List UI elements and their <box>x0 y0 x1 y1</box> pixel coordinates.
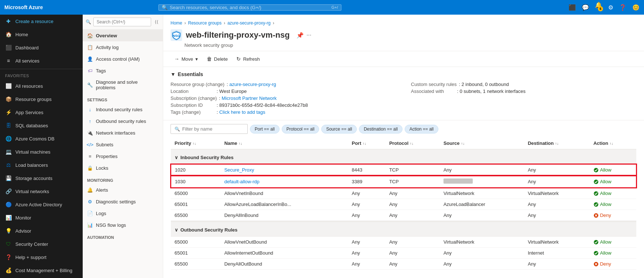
filter-action-chip[interactable]: Action == all <box>405 125 438 134</box>
filter-destination-chip[interactable]: Destination == all <box>359 125 402 134</box>
help-icon[interactable]: ❓ <box>619 4 626 11</box>
associated-label: Associated with <box>411 89 455 94</box>
cell-port: Any <box>348 259 385 270</box>
cell-source: Any <box>440 210 524 222</box>
sidebar-search-icon: 🔍 <box>86 19 91 25</box>
sidebar-nav-inbound[interactable]: ↓ Inbound security rules <box>83 104 163 115</box>
col-priority[interactable]: Priority ↑↓ <box>171 138 221 149</box>
deny-icon <box>594 213 599 218</box>
sidebar-nav-diagnose[interactable]: 🔧 Diagnose and solve problems <box>83 76 163 93</box>
outbound-icon: ↑ <box>87 118 93 124</box>
move-button[interactable]: → Move ▾ <box>171 54 202 64</box>
col-name[interactable]: Name ↑↓ <box>221 138 348 149</box>
sidebar-nav-diagnostic-settings[interactable]: ⚙ Diagnostic settings <box>83 196 163 207</box>
search-input[interactable] <box>170 5 329 10</box>
sidebar-nav-subnets[interactable]: </> Subnets <box>83 139 163 150</box>
sidebar-nav-outbound[interactable]: ↑ Outbound security rules <box>83 115 163 127</box>
sidebar-nav-tags[interactable]: 🏷 Tags <box>83 65 163 76</box>
breadcrumb-resource-groups[interactable]: Resource groups <box>188 20 221 26</box>
sidebar-item-cost-management[interactable]: 💰 Cost Management + Billing <box>0 264 83 277</box>
sidebar-item-all-resources[interactable]: ⬜ All resources <box>0 79 83 93</box>
sidebar-nav-access-control[interactable]: 👤 Access control (IAM) <box>83 53 163 65</box>
sidebar-item-storage-accounts[interactable]: 💾 Storage accounts <box>0 172 83 185</box>
action-allow-badge: Allow <box>594 250 633 256</box>
col-source[interactable]: Source ↑↓ <box>440 138 524 149</box>
col-port[interactable]: Port ↑↓ <box>348 138 385 149</box>
action-label: Allow <box>600 239 611 245</box>
cloud-shell-icon[interactable]: ⬛ <box>569 4 576 11</box>
sidebar-item-cosmos-db[interactable]: 🌐 Azure Cosmos DB <box>0 132 83 145</box>
more-options-icon[interactable]: ··· <box>307 32 311 38</box>
settings-icon[interactable]: ⚙ <box>608 4 613 11</box>
sidebar-nav-logs[interactable]: 📄 Logs <box>83 207 163 219</box>
sidebar-item-sql-databases[interactable]: 🗄 SQL databases <box>0 119 83 132</box>
col-destination[interactable]: Destination ↑↓ <box>524 138 589 149</box>
inbound-section-header[interactable]: ∨ Inbound Security Rules <box>175 152 633 162</box>
essentials-title[interactable]: ▼ Essentials <box>171 71 637 77</box>
sidebar-item-create-resource[interactable]: ✚ Create a resource <box>0 15 83 28</box>
sidebar-item-virtual-networks[interactable]: 🔗 Virtual networks <box>0 185 83 198</box>
tags-link[interactable]: Click here to add tags <box>219 109 265 115</box>
refresh-button[interactable]: ↻ Refresh <box>233 54 263 64</box>
sidebar-item-virtual-machines[interactable]: 💻 Virtual machines <box>0 145 83 158</box>
sidebar-nav-locks[interactable]: 🔒 Locks <box>83 162 163 174</box>
filter-source-chip[interactable]: Source == all <box>321 125 357 134</box>
home-icon: 🏠 <box>5 31 12 38</box>
cell-port: 3389 <box>348 176 385 188</box>
associated-value: : 0 subnets, 1 network interfaces <box>457 89 525 94</box>
source-sort-icon: ↑↓ <box>461 142 465 146</box>
outbound-section-header[interactable]: ∨ Outbound Security Rules <box>175 224 633 234</box>
sidebar-nav-activity-log[interactable]: 📋 Activity log <box>83 41 163 53</box>
sidebar-item-help-support[interactable]: ❓ Help + support <box>0 251 83 264</box>
notifications-icon[interactable]: 🔔5 <box>595 1 602 14</box>
cell-source: AzureLoadBalancer <box>440 199 524 210</box>
sidebar-item-monitor[interactable]: 📊 Monitor <box>0 211 83 224</box>
filter-search-box[interactable]: 🔍 <box>171 124 248 134</box>
action-deny-badge: Deny <box>594 261 633 267</box>
sidebar-item-azure-ad[interactable]: 🔵 Azure Active Directory <box>0 198 83 211</box>
breadcrumb-home[interactable]: Home <box>171 20 182 26</box>
notification-badge: 5 <box>598 6 603 11</box>
rule-name-link[interactable]: default-allow-rdp <box>224 179 259 184</box>
rg-link[interactable]: azure-secure-proxy-rg <box>229 82 276 87</box>
col-action[interactable]: Action ↑↓ <box>590 138 636 149</box>
cell-priority: 65500 <box>171 259 221 270</box>
sidebar-item-load-balancers[interactable]: ⚖ Load balancers <box>0 158 83 172</box>
sidebar-nav-properties[interactable]: ≡ Properties <box>83 150 163 162</box>
filter-port-chip[interactable]: Port == all <box>250 125 280 134</box>
subscription-link[interactable]: Microsoft Partner Network <box>222 95 277 101</box>
sidebar-nav-nsg-flow-logs[interactable]: 📊 NSG flow logs <box>83 219 163 231</box>
location-value: : West Europe <box>217 89 247 94</box>
pin-icon[interactable]: 📌 <box>296 32 304 39</box>
cell-name: default-allow-rdp <box>221 176 348 188</box>
sidebar-item-advisor[interactable]: 💡 Advisor <box>0 224 83 237</box>
filter-by-name-input[interactable] <box>182 126 244 132</box>
sidebar-search-input[interactable] <box>93 18 151 26</box>
collapse-sidebar-btn[interactable]: ⟨⟨ <box>153 18 160 26</box>
rule-name-link[interactable]: Secure_Proxy <box>224 167 254 173</box>
sidebar-nav-network-interfaces[interactable]: 🔌 Network interfaces <box>83 127 163 139</box>
deny-icon <box>594 262 599 267</box>
cell-port: 8443 <box>348 164 385 176</box>
sidebar-item-all-services[interactable]: ≡ All services <box>0 54 83 67</box>
sidebar-item-app-services[interactable]: ⚡ App Services <box>0 106 83 119</box>
sidebar-item-dashboard[interactable]: ⬛ Dashboard <box>0 41 83 54</box>
feedback-icon[interactable]: 💬 <box>582 4 589 11</box>
storage-icon: 💾 <box>5 175 12 181</box>
filter-protocol-chip[interactable]: Protocol == all <box>282 125 319 134</box>
account-icon[interactable]: 😊 <box>632 4 640 11</box>
breadcrumb-rg-name[interactable]: azure-secure-proxy-rg <box>227 20 270 26</box>
sidebar-search-bar[interactable]: 🔍 ⟨⟨ <box>83 15 163 30</box>
main-container: 🔍 ⟨⟨ 🏠 Overview 📋 Activity log 👤 Access … <box>83 15 644 278</box>
global-search[interactable]: 🔍 G+/ <box>158 4 341 11</box>
sidebar-item-home[interactable]: 🏠 Home <box>0 28 83 41</box>
delete-button[interactable]: 🗑 Delete <box>203 54 232 64</box>
resource-groups-icon: 📦 <box>5 96 12 102</box>
essentials-label: Essentials <box>178 71 203 77</box>
sidebar-item-resource-groups[interactable]: 📦 Resource groups <box>0 93 83 106</box>
sidebar-nav-alerts[interactable]: 🔔 Alerts <box>83 184 163 196</box>
sidebar-nav-overview[interactable]: 🏠 Overview <box>83 30 163 41</box>
sidebar-item-security-center[interactable]: 🛡 Security Center <box>0 237 83 251</box>
sidebar-item-label: All resources <box>15 83 43 89</box>
col-protocol[interactable]: Protocol ↑↓ <box>386 138 440 149</box>
